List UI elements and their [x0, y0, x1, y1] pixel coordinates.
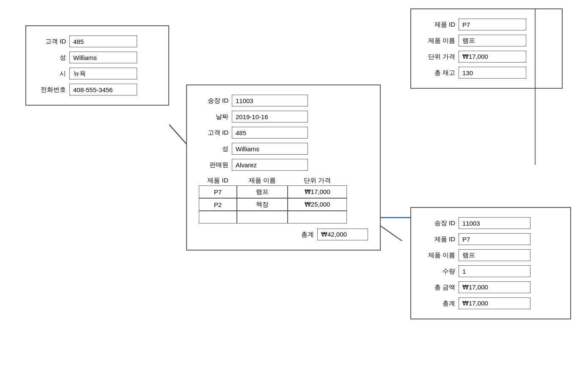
invoice-cell-0-2: ₩17,000: [288, 185, 347, 198]
product-value-2: ₩17,000: [459, 51, 526, 63]
invoice-field-row-3: 성 Williams: [199, 143, 368, 155]
invoice-table-row-0: P7램프₩17,000: [199, 185, 368, 198]
customer-value-0: 485: [69, 35, 137, 47]
invoice-table-row-1: P2책장₩25,000: [199, 198, 368, 211]
product-label-3: 총 재고: [421, 69, 455, 77]
orderdetail-label-2: 제품 이름: [421, 251, 455, 259]
orderdetail-field-row-0: 송장 ID 11003: [421, 217, 560, 229]
invoice-cell-1-1: 책장: [237, 198, 288, 211]
product-value-0: P7: [459, 19, 526, 30]
product-label-0: 제품 ID: [421, 21, 455, 29]
table-col-header-1: 제품 이름: [237, 177, 288, 185]
orderdetail-field-row-2: 제품 이름 램프: [421, 249, 560, 261]
product-field-row-1: 제품 이름 램프: [421, 35, 552, 46]
table-col-header-0: 제품 ID: [199, 177, 237, 185]
orderdetail-label-3: 수량: [421, 267, 455, 275]
product-label-1: 제품 이름: [421, 37, 455, 45]
product-label-2: 단위 가격: [421, 53, 455, 61]
orderdetail-label-5: 총계: [421, 300, 455, 308]
invoice-cell-0-0: P7: [199, 185, 237, 198]
invoice-table: 제품 ID제품 이름단위 가격P7램프₩17,000P2책장₩25,000 총계…: [199, 177, 368, 240]
orderdetail-field-row-4: 총 금액 ₩17,000: [421, 281, 560, 293]
invoice-cell-2-0: [199, 211, 237, 223]
customer-value-3: 408-555-3456: [69, 84, 137, 95]
invoice-cell-1-2: ₩25,000: [288, 198, 347, 211]
orderdetail-field-row-5: 총계 ₩17,000: [421, 297, 560, 309]
customer-label-1: 성: [36, 54, 66, 62]
orderdetail-value-2: 램프: [459, 249, 530, 261]
customer-value-1: Williams: [69, 52, 137, 63]
product-value-1: 램프: [459, 35, 526, 46]
total-value: ₩42,000: [317, 229, 368, 240]
table-col-header-2: 단위 가격: [288, 177, 347, 185]
customer-label-3: 전화번호: [36, 86, 66, 94]
invoice-label-1: 날짜: [199, 113, 228, 121]
orderdetail-value-4: ₩17,000: [459, 281, 530, 293]
invoice-table-header: 제품 ID제품 이름단위 가격: [199, 177, 368, 185]
orderdetail-label-4: 총 금액: [421, 283, 455, 292]
total-label: 총계: [301, 231, 314, 239]
orderdetail-value-1: P7: [459, 233, 530, 245]
invoice-value-3: Williams: [232, 143, 308, 155]
orderdetail-field-row-1: 제품 ID P7: [421, 233, 560, 245]
invoice-total-row: 총계 ₩42,000: [199, 229, 368, 240]
svg-line-2: [381, 226, 402, 241]
invoice-cell-0-1: 램프: [237, 185, 288, 198]
invoice-field-row-0: 송장 ID 11003: [199, 95, 368, 106]
product-field-row-0: 제품 ID P7: [421, 19, 552, 30]
customer-label-0: 고객 ID: [36, 38, 66, 46]
customer-field-row-2: 시 뉴욕: [36, 68, 158, 79]
customer-field-row-0: 고객 ID 485: [36, 35, 158, 47]
svg-line-0: [169, 125, 186, 144]
invoice-field-row-4: 판매원 Alvarez: [199, 159, 368, 171]
invoice-value-4: Alvarez: [232, 159, 308, 171]
orderdetail-value-5: ₩17,000: [459, 297, 530, 309]
orderdetail-value-0: 11003: [459, 217, 530, 229]
invoice-value-1: 2019-10-16: [232, 111, 308, 123]
invoice-label-2: 고객 ID: [199, 129, 228, 137]
invoice-value-0: 11003: [232, 95, 308, 106]
orderdetail-label-0: 송장 ID: [421, 219, 455, 227]
invoice-value-2: 485: [232, 127, 308, 139]
orderdetail-value-3: 1: [459, 265, 530, 277]
orderdetail-field-row-3: 수량 1: [421, 265, 560, 277]
product-box: 제품 ID P7 제품 이름 램프 단위 가격 ₩17,000 총 재고 130: [410, 8, 563, 89]
customer-label-2: 시: [36, 70, 66, 78]
product-field-row-3: 총 재고 130: [421, 67, 552, 79]
product-value-3: 130: [459, 67, 526, 79]
invoice-table-row-2: [199, 211, 368, 223]
orderdetail-box: 송장 ID 11003 제품 ID P7 제품 이름 램프 수량 1 총 금액 …: [410, 207, 571, 319]
orderdetail-label-1: 제품 ID: [421, 235, 455, 243]
customer-field-row-1: 성 Williams: [36, 52, 158, 63]
customer-box: 고객 ID 485 성 Williams 시 뉴욕 전화번호 408-555-3…: [25, 25, 169, 106]
product-field-row-2: 단위 가격 ₩17,000: [421, 51, 552, 63]
invoice-field-row-1: 날짜 2019-10-16: [199, 111, 368, 123]
invoice-box: 송장 ID 11003 날짜 2019-10-16 고객 ID 485 성 Wi…: [186, 84, 381, 251]
invoice-cell-2-2: [288, 211, 347, 223]
invoice-cell-2-1: [237, 211, 288, 223]
customer-value-2: 뉴욕: [69, 68, 137, 79]
customer-field-row-3: 전화번호 408-555-3456: [36, 84, 158, 95]
invoice-field-row-2: 고객 ID 485: [199, 127, 368, 139]
invoice-label-3: 성: [199, 145, 228, 153]
invoice-cell-1-0: P2: [199, 198, 237, 211]
invoice-label-0: 송장 ID: [199, 97, 228, 105]
invoice-label-4: 판매원: [199, 161, 228, 169]
